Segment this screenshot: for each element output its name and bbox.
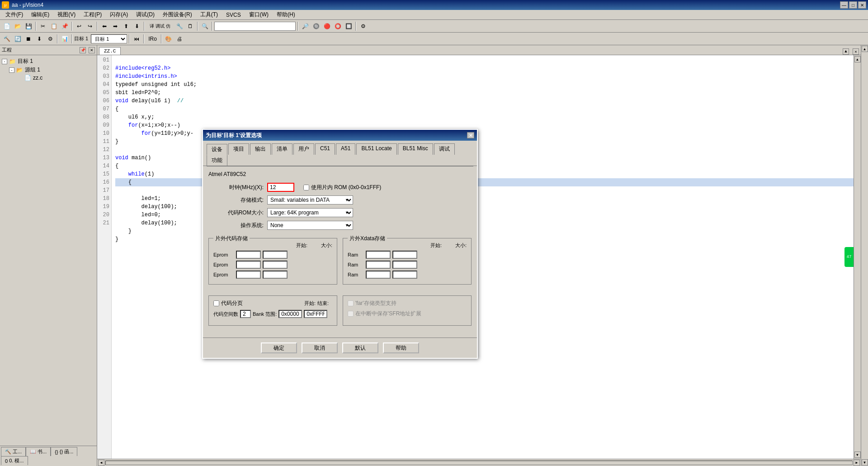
tab-build[interactable]: 🔨 工... bbox=[1, 447, 26, 456]
tab-device[interactable]: 设备 bbox=[207, 144, 227, 155]
menu-help[interactable]: 帮助(H) bbox=[273, 10, 299, 19]
code-hscroll[interactable]: ◀ ▶ bbox=[97, 459, 861, 466]
scroll-down-btn[interactable]: ▼ bbox=[854, 452, 861, 458]
banking-end-input[interactable] bbox=[304, 310, 327, 318]
search-input[interactable] bbox=[214, 22, 296, 31]
tab-c51[interactable]: C51 bbox=[315, 143, 335, 155]
use-rom-checkbox[interactable] bbox=[303, 185, 309, 190]
eprom3-size[interactable] bbox=[263, 271, 288, 279]
far-support-checkbox[interactable] bbox=[348, 300, 354, 306]
eprom1-size[interactable] bbox=[263, 251, 288, 259]
tab-a51[interactable]: A51 bbox=[336, 143, 355, 155]
default-button[interactable]: 默认 bbox=[342, 342, 378, 353]
ok-button[interactable]: 确定 bbox=[261, 342, 297, 353]
tab-output[interactable]: 输出 bbox=[250, 143, 271, 155]
hscroll-left-btn[interactable]: ◀ bbox=[98, 460, 104, 466]
tab-project[interactable]: 项目 bbox=[228, 143, 249, 155]
menu-flash[interactable]: 闪存(A) bbox=[106, 10, 132, 19]
clock-input[interactable] bbox=[267, 183, 294, 192]
panel-pin-btn[interactable]: 📌 bbox=[80, 47, 86, 53]
tab-book[interactable]: 📖 书... bbox=[26, 447, 51, 456]
btn11[interactable]: ⭕ bbox=[333, 21, 343, 31]
ram2-start[interactable] bbox=[366, 261, 391, 269]
btn5[interactable]: 译 调试 仿 bbox=[146, 21, 174, 31]
banking-spaces-input[interactable] bbox=[240, 310, 251, 318]
btn3[interactable]: ⬆ bbox=[121, 21, 131, 31]
paste-btn[interactable]: 📌 bbox=[60, 21, 70, 31]
open-btn[interactable]: 📂 bbox=[13, 21, 23, 31]
menu-peripherals[interactable]: 外围设备(R) bbox=[159, 10, 196, 19]
btn9[interactable]: 🔘 bbox=[311, 21, 321, 31]
menu-debug[interactable]: 调试(D) bbox=[132, 10, 158, 19]
right-scrollbar[interactable]: ▲ ▼ bbox=[861, 45, 868, 466]
tab-user[interactable]: 用户 bbox=[293, 143, 314, 155]
btn12[interactable]: 🔲 bbox=[344, 21, 354, 31]
save-btn[interactable]: 💾 bbox=[24, 21, 33, 31]
cut-btn[interactable]: ✂ bbox=[38, 21, 48, 31]
ram1-start[interactable] bbox=[366, 251, 391, 259]
help-button[interactable]: 帮助 bbox=[383, 342, 419, 353]
stop-btn[interactable]: ⏹ bbox=[24, 34, 33, 44]
target-dropdown[interactable]: 目标 1 bbox=[91, 34, 127, 43]
expand-target[interactable]: - bbox=[2, 59, 7, 64]
tab-listing[interactable]: 清单 bbox=[272, 143, 292, 155]
maximize-button[interactable]: □ bbox=[849, 1, 857, 9]
btn13[interactable]: 📊 bbox=[60, 34, 70, 44]
btn2[interactable]: ➡ bbox=[110, 21, 120, 31]
banking-checkbox[interactable] bbox=[213, 300, 219, 306]
menu-svcs[interactable]: SVCS bbox=[222, 11, 245, 19]
btn8[interactable]: 🔎 bbox=[300, 21, 310, 31]
btn10[interactable]: 🔴 bbox=[322, 21, 332, 31]
panel-close-btn[interactable]: ✕ bbox=[89, 47, 95, 53]
iro-btn[interactable]: IRo bbox=[146, 34, 159, 44]
download-btn[interactable]: ⬇ bbox=[34, 34, 44, 44]
close-button[interactable]: ✕ bbox=[858, 1, 866, 9]
hscroll-right-btn[interactable]: ▶ bbox=[854, 460, 860, 466]
menu-edit[interactable]: 编辑(E) bbox=[28, 10, 53, 19]
tab-bl51-locate[interactable]: BL51 Locate bbox=[356, 143, 396, 155]
btn1[interactable]: ⬅ bbox=[99, 21, 109, 31]
eprom2-start[interactable] bbox=[236, 261, 261, 269]
tree-item-file[interactable]: 📄 zz.c bbox=[2, 74, 95, 81]
ram3-start[interactable] bbox=[366, 271, 391, 279]
btn14[interactable]: ⏮ bbox=[132, 34, 142, 44]
vscroll-down-btn[interactable]: ▼ bbox=[862, 459, 868, 466]
tree-item-target[interactable]: - 📁 目标 1 bbox=[2, 57, 95, 66]
code-rom-select[interactable]: Large: 64K program Small: program 2K or … bbox=[267, 208, 353, 217]
tab-debug[interactable]: 调试 bbox=[434, 143, 455, 155]
rebuild-btn[interactable]: 🔄 bbox=[13, 34, 23, 44]
config-btn[interactable]: ⚙ bbox=[358, 21, 368, 31]
dialog-close-btn[interactable]: ✕ bbox=[467, 132, 474, 138]
tab-utilities[interactable]: 功能 bbox=[207, 155, 227, 166]
print-btn[interactable]: 🖨 bbox=[175, 34, 184, 44]
build-btn[interactable]: 🔨 bbox=[2, 34, 12, 44]
menu-tools[interactable]: 工具(T) bbox=[197, 10, 222, 19]
new-file-btn[interactable]: 📄 bbox=[2, 21, 12, 31]
ram3-size[interactable] bbox=[392, 271, 417, 279]
code-tab-zz[interactable]: ZZ.C bbox=[99, 47, 121, 55]
eprom2-size[interactable] bbox=[263, 261, 288, 269]
code-panel-close-btn[interactable]: ✕ bbox=[853, 48, 859, 55]
eprom1-start[interactable] bbox=[236, 251, 261, 259]
menu-file[interactable]: 文件(F) bbox=[2, 10, 27, 19]
undo-btn[interactable]: ↩ bbox=[74, 21, 84, 31]
tree-item-group[interactable]: - 📂 源组 1 bbox=[2, 66, 95, 74]
btn7[interactable]: 🗒 bbox=[185, 21, 195, 31]
search-btn[interactable]: 🔍 bbox=[200, 21, 210, 31]
vscroll-up-btn[interactable]: ▲ bbox=[862, 46, 868, 52]
scroll-up-btn[interactable]: ▲ bbox=[854, 56, 861, 62]
expand-group[interactable]: - bbox=[9, 67, 14, 73]
code-panel-up-btn[interactable]: ▲ bbox=[843, 48, 849, 55]
settings-btn[interactable]: ⚙ bbox=[45, 34, 55, 44]
menu-project[interactable]: 工程(P) bbox=[80, 10, 105, 19]
copy-btn[interactable]: 📋 bbox=[49, 21, 59, 31]
ram2-size[interactable] bbox=[392, 261, 417, 269]
tab-bl51-misc[interactable]: BL51 Misc bbox=[398, 143, 433, 155]
tab-func[interactable]: {} {} 函... bbox=[51, 447, 77, 456]
memory-model-select[interactable]: Small: variables in DATA Compact: variab… bbox=[267, 195, 353, 204]
green-side-btn[interactable]: 47 bbox=[844, 247, 854, 267]
os-select[interactable]: None RTX-51 Tiny RTX-51 Full bbox=[267, 221, 353, 230]
cancel-button[interactable]: 取消 bbox=[302, 342, 338, 353]
banking-start-input[interactable] bbox=[278, 310, 302, 318]
eprom3-start[interactable] bbox=[236, 271, 261, 279]
